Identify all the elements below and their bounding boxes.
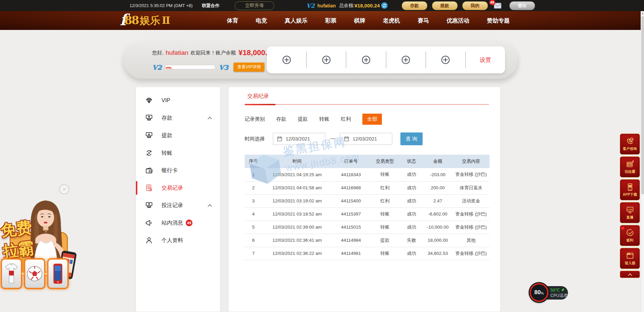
tab-row: 交易纪录 [245, 87, 489, 105]
record-type-filter-row: 记录类别 存款提款转账红利全部 [245, 114, 489, 125]
sidebar-item-transaction[interactable]: 交易记录 [136, 179, 220, 197]
nav-item-8[interactable]: 赞助专题 [478, 17, 518, 25]
cell-type: 提款 [370, 234, 400, 247]
reel-glow [21, 272, 25, 276]
cpu-monitor-widget[interactable]: 58℃ CPU温度 80 % [530, 284, 569, 302]
cell-order: 44114984 [332, 234, 370, 247]
sidebar-item-label: 投注记录 [162, 202, 183, 209]
rail-collapse-button[interactable] [620, 271, 640, 278]
cell-no: 7 [245, 247, 262, 260]
nav-item-5[interactable]: 老虎机 [374, 17, 409, 25]
sidebar-item-message[interactable]: 站内消息49 [136, 214, 220, 232]
cell-order: 44115015 [332, 221, 370, 234]
query-button[interactable]: 查 询 [400, 132, 423, 145]
quick-action-button-1[interactable] [307, 46, 346, 73]
quick-action-button-3[interactable] [386, 46, 426, 73]
date-from-input[interactable]: 12/03/2021 [273, 133, 325, 145]
cell-content: 资金转移 (沙巴) [453, 221, 490, 234]
nav-item-6[interactable]: 赛马 [409, 17, 438, 25]
cell-status: 成功 [400, 247, 423, 260]
cpu-usage-unit: % [541, 291, 544, 295]
cell-content: 资金转移 (沙巴) [453, 207, 490, 221]
sidebar-item-withdraw[interactable]: 提款 [136, 127, 220, 144]
date-to-input[interactable]: 12/03/2021 [340, 133, 392, 145]
logout-button[interactable]: 登出 [509, 1, 535, 10]
unread-count-badge: 49 [489, 0, 495, 5]
vip-progress-bar: 28% [165, 65, 215, 69]
tab-transaction-records[interactable]: 交易纪录 [247, 93, 269, 100]
filter-option-3[interactable]: 红利 [341, 116, 351, 122]
cell-order: 44115400 [332, 194, 370, 207]
balance-label: 总余额: [339, 3, 355, 9]
quick-action-button-0[interactable] [267, 46, 306, 73]
cell-status: 成功 [400, 181, 423, 194]
greeting-line: 您好, hufatian 欢迎回来！账户余额 ¥18,000.24 [152, 48, 284, 57]
main-nav-bar: f 88 娱乐 Ⅱ 体育电竞真人娱乐彩票棋牌老虎机赛马优惠活动赞助专题 [0, 11, 644, 30]
nav-item-3[interactable]: 彩票 [316, 17, 345, 25]
svg-text:777: 777 [628, 163, 631, 165]
filter-option-0[interactable]: 存款 [276, 116, 286, 122]
table-row: 312/03/2021 03:19:02 am44115400红利成功2.47活… [245, 194, 490, 207]
rail-button-phone24[interactable]: 24客户咨询 [620, 133, 640, 155]
rail-button-launcher[interactable]: 登入器 [620, 248, 640, 269]
mine-button[interactable]: 我的 [462, 1, 488, 10]
sidebar-item-betting[interactable]: 投注记录 [136, 197, 220, 214]
cell-content: 体育日返水 [453, 181, 490, 194]
nav-item-7[interactable]: 优惠活动 [438, 17, 478, 25]
deposit-button[interactable]: 存款 [402, 1, 427, 10]
cell-amount: 34,602.53 [423, 247, 453, 260]
sidebar-item-bankcard[interactable]: 银行卡 [136, 162, 220, 179]
message-icon [145, 219, 153, 227]
deposit-icon [145, 114, 153, 122]
nav-item-4[interactable]: 棋牌 [345, 17, 374, 25]
sidebar: VIP存款提款$转账银行卡交易记录投注记录站内消息49个人资料 [136, 87, 220, 312]
filter-option-4[interactable]: 全部 [362, 114, 382, 125]
cell-no: 6 [245, 234, 262, 247]
table-row: 212/03/2021 04:01:58 am44116988红利成功200.0… [245, 181, 490, 194]
sidebar-item-vip[interactable]: VIP [136, 92, 220, 109]
mail-icon[interactable]: 49 [493, 2, 502, 9]
refresh-balance-icon[interactable] [381, 2, 388, 9]
rail-button-live[interactable]: LIVE直播 [620, 202, 640, 223]
scrollbar-track[interactable]: ▲ [641, 11, 644, 312]
rail-button-slot[interactable]: 777玩拉霸 [620, 156, 640, 178]
table-row: 412/03/2021 03:18:52 am44115397转账成功-6,60… [245, 207, 490, 221]
cell-content: 资金转移 (沙巴) [453, 168, 490, 181]
withdraw-button[interactable]: 提款 [432, 1, 458, 10]
sidebar-item-transfer[interactable]: $转账 [136, 144, 220, 162]
close-icon[interactable]: × [59, 184, 69, 194]
nav-item-1[interactable]: 电竞 [247, 17, 276, 25]
vip-detail-button[interactable]: 查看VIP详情 [234, 63, 264, 72]
sidebar-item-label: 交易记录 [162, 185, 183, 192]
transaction-panel: 交易纪录 记录类别 存款提款转账红利全部 时间选择 12/03/2021 一 1… [228, 87, 501, 312]
datetime-label: 12/3/2021 5:35:02 PM (GMT +8) [130, 3, 192, 8]
sidebar-item-deposit[interactable]: 存款 [136, 109, 220, 127]
rail-button-checkin[interactable]: 签到 [620, 225, 640, 246]
cell-content: 活动奖金 [453, 194, 490, 207]
column-header: 时间 [262, 155, 332, 168]
cell-no: 4 [245, 207, 262, 221]
site-logo[interactable]: f 88 娱乐 Ⅱ [120, 12, 170, 27]
filter-option-2[interactable]: 转账 [319, 116, 329, 122]
sidebar-item-profile[interactable]: 个人资料 [136, 232, 220, 249]
upgrade-button[interactable]: 立即升等 [235, 1, 274, 10]
username-link[interactable]: hufatian [317, 3, 335, 8]
cell-no: 5 [245, 221, 262, 234]
settings-button[interactable]: 设置 [466, 46, 505, 73]
rail-button-app[interactable]: APP下载 [620, 179, 640, 200]
scrollbar-thumb[interactable] [641, 16, 644, 194]
quick-action-button-4[interactable] [426, 46, 465, 73]
nav-item-2[interactable]: 真人娱乐 [276, 17, 316, 25]
nav-item-0[interactable]: 体育 [218, 17, 247, 25]
cell-amount: -203.00 [423, 168, 453, 181]
cell-time: 12/03/2021 02:39:00 am [262, 221, 332, 234]
cell-status: 成功 [400, 194, 423, 207]
cell-type: 红利 [370, 194, 400, 207]
promo-banner[interactable]: × [0, 182, 85, 312]
filter-option-1[interactable]: 提款 [298, 116, 308, 122]
scrollbar-up-arrow[interactable]: ▲ [641, 11, 644, 15]
date-from-value: 12/03/2021 [286, 136, 310, 142]
quick-action-button-2[interactable] [346, 46, 386, 73]
alliance-link[interactable]: 联盟合作 [202, 3, 219, 9]
rail-button-label: 玩拉霸 [624, 169, 635, 174]
